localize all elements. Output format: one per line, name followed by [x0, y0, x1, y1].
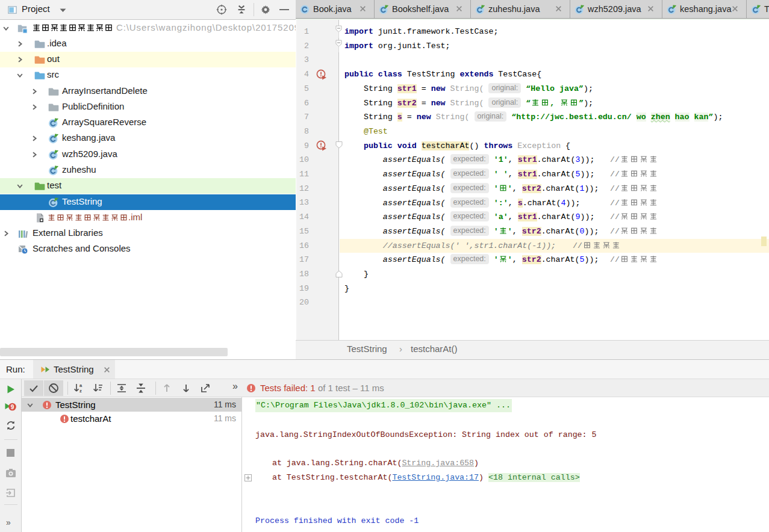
svg-text:a: a [79, 383, 83, 388]
svg-text:9: 9 [11, 404, 14, 410]
svg-text:z: z [79, 388, 82, 394]
